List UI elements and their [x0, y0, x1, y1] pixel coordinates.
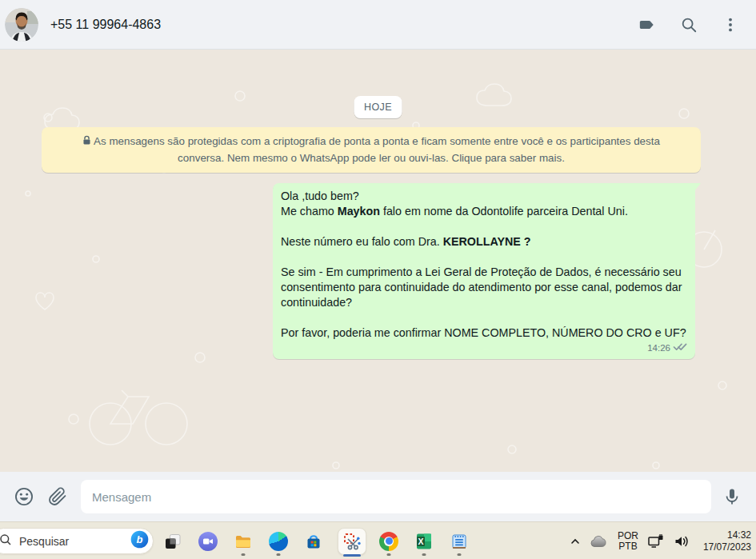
teams-chat-button[interactable]: [198, 525, 218, 557]
volume-icon[interactable]: [674, 534, 690, 549]
avatar-photo: [5, 8, 38, 42]
tray-date: 17/07/2023: [703, 541, 751, 553]
taskbar-apps: X: [163, 522, 485, 559]
onedrive-cloud-icon[interactable]: [590, 535, 609, 548]
chat-header[interactable]: +55 11 99964-4863: [0, 0, 756, 50]
running-indicator: [242, 553, 246, 556]
network-icon[interactable]: [647, 533, 665, 549]
svg-text:X: X: [418, 536, 423, 545]
outgoing-message-bubble[interactable]: Ola ,tudo bem?Me chamo Maykon falo em no…: [273, 183, 695, 359]
microsoft-store-button[interactable]: [304, 525, 323, 557]
teams-chat-icon: [198, 532, 218, 551]
taskbar-search-label: Pesquisar: [19, 535, 130, 548]
encryption-notice[interactable]: As mensagens são protegidas com a cripto…: [42, 127, 701, 173]
running-indicator: [387, 553, 391, 556]
composer-bar: [0, 472, 756, 521]
language-line2: PTB: [618, 541, 637, 552]
date-divider: HOJE: [354, 96, 402, 118]
attach-icon[interactable]: [46, 485, 69, 508]
message-time: 14:26: [647, 341, 670, 356]
notepad-button[interactable]: [450, 525, 469, 557]
file-explorer-button[interactable]: [234, 525, 253, 557]
bing-chat-icon[interactable]: b: [130, 530, 149, 552]
running-indicator: [277, 553, 281, 556]
encryption-notice-text: As mensagens são protegidas com a cripto…: [94, 135, 660, 164]
running-indicator: [422, 553, 426, 556]
avatar[interactable]: [5, 8, 38, 42]
search-magnifier-icon: [0, 533, 12, 549]
tray-time: 14:32: [727, 529, 751, 541]
contact-name: +55 11 99964-4863: [50, 18, 638, 32]
delivered-double-check-icon: [673, 341, 687, 356]
message-text: Ola ,tudo bem?Me chamo Maykon falo em no…: [281, 189, 687, 341]
snipping-tool-button[interactable]: [338, 525, 366, 557]
edge-icon: [269, 532, 288, 551]
active-indicator: [343, 554, 361, 557]
system-tray: POR PTB 14:32 17/07/2023: [570, 522, 751, 559]
edge-button[interactable]: [269, 525, 288, 557]
kebab-menu-icon[interactable]: [721, 15, 740, 34]
conversation-panel: HOJE As mensagens são protegidas com a c…: [0, 50, 756, 472]
language-line1: POR: [618, 531, 638, 541]
excel-button[interactable]: X: [414, 525, 434, 557]
emoji-icon[interactable]: [13, 485, 35, 508]
language-indicator[interactable]: POR PTB: [618, 531, 638, 552]
whatsapp-window: +55 11 99964-4863: [0, 0, 756, 559]
snipping-tool-icon: [338, 528, 366, 555]
taskbar-clock[interactable]: 14:32 17/07/2023: [698, 529, 751, 553]
svg-text:b: b: [137, 533, 143, 545]
mic-icon[interactable]: [721, 485, 743, 508]
label-icon[interactable]: [638, 15, 657, 34]
header-actions: [638, 15, 740, 34]
search-icon[interactable]: [679, 15, 698, 34]
running-indicator: [458, 553, 462, 556]
chrome-button[interactable]: [379, 525, 398, 557]
taskbar-search[interactable]: Pesquisar b: [0, 528, 154, 554]
lock-icon: [82, 134, 91, 150]
message-input[interactable]: [81, 480, 711, 513]
chrome-icon: [379, 532, 398, 551]
windows-taskbar: Pesquisar b: [0, 521, 756, 559]
tray-chevron-icon[interactable]: [570, 536, 581, 547]
message-meta: 14:26: [281, 342, 687, 354]
task-view-button[interactable]: [163, 525, 182, 557]
